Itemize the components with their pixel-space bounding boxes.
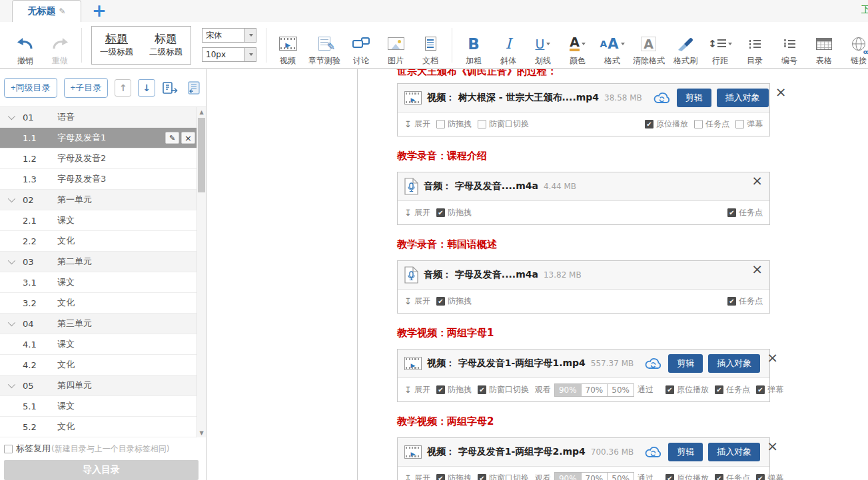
expand-control[interactable]: ↧展开 xyxy=(404,296,430,307)
anti-switch-option[interactable]: 防窗口切换 xyxy=(478,473,529,480)
anti-switch-option[interactable]: 防窗口切换 xyxy=(478,384,529,395)
checkbox[interactable] xyxy=(436,474,445,480)
checkbox[interactable] xyxy=(665,385,674,394)
checkbox[interactable] xyxy=(756,474,765,480)
tree-row[interactable]: 03 第二单元 xyxy=(0,252,206,272)
insert-object-button[interactable]: 插入对象 xyxy=(708,443,760,461)
line-spacing-button[interactable]: ↕ 行距 xyxy=(703,26,737,65)
format-button[interactable]: AA 格式 xyxy=(595,26,630,65)
insert-image-button[interactable]: 图片 xyxy=(378,26,413,65)
cloud-sync-icon[interactable] xyxy=(644,357,663,371)
percent-70[interactable]: 70% xyxy=(582,384,608,396)
chapter-quiz-button[interactable]: 章节测验 xyxy=(305,26,344,65)
percent-90[interactable]: 90% xyxy=(555,473,582,480)
font-size-select[interactable]: 10px xyxy=(202,47,256,62)
checkbox[interactable] xyxy=(436,120,445,128)
format-painter-button[interactable]: 格式刷 xyxy=(668,26,703,65)
checkbox[interactable] xyxy=(478,120,486,128)
italic-button[interactable]: I 斜体 xyxy=(491,26,526,65)
toc-button[interactable]: 目录 xyxy=(737,26,772,65)
tree-row[interactable]: 3.1 课文 xyxy=(0,272,206,293)
import-directory-button[interactable]: 导入目录 xyxy=(4,460,199,480)
numbered-list-button[interactable]: 编号 xyxy=(772,26,807,65)
clip-button[interactable]: 剪辑 xyxy=(668,443,703,461)
danmu-option[interactable]: 弹幕 xyxy=(756,384,783,395)
insert-object-button[interactable]: 插入对象 xyxy=(717,89,769,107)
checkbox[interactable] xyxy=(665,474,674,480)
table-button[interactable]: 表格 xyxy=(807,26,841,65)
task-point-option[interactable]: 任务点 xyxy=(727,207,763,218)
task-point-option[interactable]: 任务点 xyxy=(727,296,763,307)
insert-object-button[interactable]: 插入对象 xyxy=(708,354,760,373)
checkbox[interactable] xyxy=(756,385,765,394)
expand-control[interactable]: ↧展开 xyxy=(404,384,430,395)
tree-row[interactable]: 5.2 文化 xyxy=(0,417,206,437)
label-reuse-checkbox[interactable] xyxy=(4,445,13,453)
checkbox[interactable] xyxy=(715,474,723,480)
percent-50[interactable]: 50% xyxy=(608,473,634,480)
clip-button[interactable]: 剪辑 xyxy=(677,89,711,107)
dropdown-button[interactable] xyxy=(244,48,256,61)
inplace-play-option[interactable]: 原位播放 xyxy=(665,384,709,395)
tree-scrollbar[interactable]: ▲ ▼ xyxy=(197,107,206,437)
heading1-button[interactable]: 标题 一级标题 xyxy=(92,27,141,64)
checkbox[interactable] xyxy=(436,208,445,217)
task-point-option[interactable]: 任务点 xyxy=(715,473,750,480)
checkbox[interactable] xyxy=(436,297,445,306)
anti-drag-option[interactable]: 防拖拽 xyxy=(436,296,472,307)
anti-drag-option[interactable]: 防拖拽 xyxy=(436,207,472,218)
expand-control[interactable]: ↧展开 xyxy=(404,207,430,218)
close-icon[interactable]: × xyxy=(750,174,764,187)
expand-control[interactable]: ↧展开 xyxy=(404,473,430,480)
download-link[interactable]: 下载 xyxy=(861,3,868,15)
scrollbar-thumb[interactable] xyxy=(198,118,205,192)
clip-button[interactable]: 剪辑 xyxy=(668,354,703,373)
redo-button[interactable]: 重做 xyxy=(43,26,77,65)
scroll-down-icon[interactable]: ▼ xyxy=(197,428,206,437)
tree-row[interactable]: 3.2 文化 xyxy=(0,293,206,314)
tree-row[interactable]: 01 语音 xyxy=(0,107,206,128)
clear-format-button[interactable]: A 清除格式 xyxy=(630,26,668,65)
cloud-sync-icon[interactable] xyxy=(653,91,671,105)
close-icon[interactable]: × xyxy=(765,351,779,364)
tree-row[interactable]: 2.2 文化 xyxy=(0,231,206,252)
checkbox[interactable] xyxy=(715,385,723,394)
close-icon[interactable]: × xyxy=(750,262,764,276)
task-point-option[interactable]: 任务点 xyxy=(715,384,750,395)
watch-percent-segments[interactable]: 90% 70% 50% xyxy=(554,472,634,480)
heading2-button[interactable]: 标题 二级标题 xyxy=(141,27,191,64)
font-family-select[interactable]: 宋体 xyxy=(202,28,256,43)
tree-row[interactable]: 02 第一单元 xyxy=(0,190,206,210)
inplace-play-option[interactable]: 原位播放 xyxy=(645,119,688,130)
checkbox[interactable] xyxy=(727,208,736,217)
dropdown-button[interactable] xyxy=(244,29,256,42)
add-sibling-directory-button[interactable]: +同级目录 xyxy=(4,78,57,98)
move-down-button[interactable]: ↓ xyxy=(138,79,155,97)
watch-percent-segments[interactable]: 90% 70% 50% xyxy=(554,383,634,397)
tree-row[interactable]: 4.1 课文 xyxy=(0,334,206,355)
inplace-play-option[interactable]: 原位播放 xyxy=(665,473,709,480)
expand-control[interactable]: ↧展开 xyxy=(404,119,430,130)
font-color-button[interactable]: A 颜色 xyxy=(560,26,595,65)
tree-row[interactable]: 05 第四单元 xyxy=(0,375,206,396)
add-child-directory-button[interactable]: +子目录 xyxy=(64,78,109,98)
tree-row[interactable]: 1.1 字母及发音1 xyxy=(0,128,206,148)
copy-directory-button[interactable] xyxy=(162,79,179,97)
cloud-sync-icon[interactable] xyxy=(644,445,663,459)
checkbox[interactable] xyxy=(478,474,486,480)
undo-button[interactable]: 撤销 xyxy=(8,26,43,65)
checkbox[interactable] xyxy=(694,120,703,128)
bold-button[interactable]: B 加粗 xyxy=(456,26,491,65)
discussion-button[interactable]: 讨论 xyxy=(344,26,378,65)
close-icon[interactable]: × xyxy=(774,85,788,99)
insert-video-button[interactable]: 视频 xyxy=(270,26,305,65)
move-up-button[interactable]: ↑ xyxy=(115,79,131,97)
anti-drag-option[interactable]: 防拖拽 xyxy=(436,384,472,395)
insert-document-button[interactable]: 文档 xyxy=(413,26,448,65)
delete-icon[interactable] xyxy=(181,132,195,144)
import-list-button[interactable] xyxy=(185,79,202,97)
percent-70[interactable]: 70% xyxy=(582,473,608,480)
checkbox[interactable] xyxy=(436,385,445,394)
close-icon[interactable]: × xyxy=(765,439,779,453)
add-tab-button[interactable]: + xyxy=(92,0,107,21)
